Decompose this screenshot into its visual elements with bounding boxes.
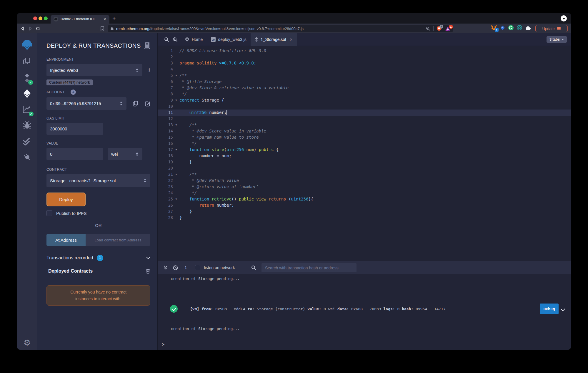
code-editor[interactable]: 1// SPDX-License-Identifier: GPL-3.023pr… — [158, 46, 571, 261]
code-line-7[interactable]: 7 * @dev Store & retrieve value in a var… — [158, 85, 571, 91]
code-line-18[interactable]: 18 number = num; — [158, 153, 571, 159]
adblock-button[interactable]: 1 — [445, 26, 451, 31]
gas-input[interactable]: 3000000 — [46, 123, 103, 135]
plugin-manager-icon[interactable] — [17, 152, 37, 162]
documentation-book-icon[interactable] — [144, 42, 150, 49]
code-line-23[interactable]: 23 * @return value of 'number' — [158, 184, 571, 190]
forward-button[interactable] — [26, 25, 34, 32]
terminal-search-input[interactable]: Search with transaction hash or address — [261, 263, 357, 272]
trash-icon[interactable] — [146, 268, 150, 274]
traffic-minimize-button[interactable] — [39, 16, 42, 20]
brave-shield-button[interactable]: 2 — [437, 26, 442, 32]
code-line-14[interactable]: 14 * @dev Store value in variable — [158, 128, 571, 134]
solidity-compiler-icon[interactable]: ✓ — [17, 73, 37, 83]
zoom-page-icon[interactable] — [426, 26, 430, 31]
back-button[interactable] — [19, 25, 26, 32]
code-line-16[interactable]: 16 */ — [158, 140, 571, 147]
code-line-10[interactable]: 10 — [158, 103, 571, 110]
deploy-run-icon[interactable] — [17, 89, 37, 98]
value-input[interactable]: 0 — [46, 148, 103, 160]
browser-tabstrip: Remix - Ethereum IDE ✕ + — [17, 13, 571, 24]
code-line-22[interactable]: 22 * @dev Return value — [158, 178, 571, 184]
transactions-recorded-row[interactable]: Transactions recorded 1 — [46, 255, 150, 261]
tag-extension-button[interactable] — [500, 25, 505, 31]
debug-button[interactable]: Debug — [540, 304, 559, 314]
expand-tx-icon[interactable] — [561, 307, 565, 311]
code-line-25[interactable]: 25▼ function retrieve() public view retu… — [158, 196, 571, 202]
code-line-12[interactable]: 12 — [158, 116, 571, 122]
clear-console-icon[interactable] — [173, 265, 178, 270]
code-line-27[interactable]: 27 } — [158, 208, 571, 215]
debugger-icon[interactable] — [17, 121, 37, 130]
metamask-button[interactable]: 1 — [491, 25, 497, 31]
terminal-search-icon — [251, 265, 256, 270]
code-line-8[interactable]: 8 */ — [158, 91, 571, 97]
tabs-count-dropdown[interactable]: 3 tabs — [547, 36, 567, 43]
code-line-4[interactable]: 4 — [158, 66, 571, 72]
code-line-20[interactable]: 20 — [158, 165, 571, 171]
zoom-out-icon[interactable] — [164, 37, 169, 42]
code-line-21[interactable]: 21▼ /** — [158, 171, 571, 178]
at-address-input[interactable]: Load contract from Address — [86, 234, 150, 246]
listen-network-checkbox[interactable] — [195, 265, 200, 270]
code-line-17[interactable]: 17▼ function store(uint256 num) public { — [158, 147, 571, 153]
code-line-1[interactable]: 1// SPDX-License-Identifier: GPL-3.0 — [158, 48, 571, 54]
zoom-in-icon[interactable] — [173, 37, 178, 42]
transaction-row[interactable]: [vm] from: 0x5B3...eddC4 to: Storage.(co… — [158, 302, 571, 315]
code-line-24[interactable]: 24 */ — [158, 190, 571, 196]
code-line-2[interactable]: 2 — [158, 54, 571, 60]
code-line-15[interactable]: 15 * @param num value to store — [158, 134, 571, 140]
tab-search-button[interactable] — [561, 15, 567, 21]
traffic-close-button[interactable] — [33, 16, 37, 20]
contract-select[interactable]: Storage - contracts/1_Storage.sol — [46, 174, 150, 187]
deploy-button[interactable]: Deploy — [46, 193, 86, 206]
code-line-6[interactable]: 6 * @title Storage — [158, 79, 571, 85]
code-line-19[interactable]: 19 } — [158, 159, 571, 165]
code-line-3[interactable]: 3pragma solidity >=0.7.0 <0.9.0; — [158, 60, 571, 66]
code-line-13[interactable]: 13▼ /** — [158, 122, 571, 128]
edit-account-icon[interactable] — [145, 101, 150, 107]
bookmark-sidebar-button[interactable] — [99, 25, 106, 32]
update-button[interactable]: Update — [535, 25, 568, 32]
unit-testing-icon[interactable] — [17, 137, 37, 145]
code-line-5[interactable]: 5▼/** — [158, 72, 571, 79]
value-unit-select[interactable]: wei — [108, 148, 142, 160]
code-line-28[interactable]: 28} — [158, 215, 571, 221]
remix-logo[interactable] — [17, 39, 37, 51]
account-select[interactable]: 0xf39...92266 (6.98791215 — [46, 97, 126, 110]
publish-ipfs-checkbox[interactable] — [46, 210, 52, 216]
tab-deploy-web3[interactable]: JS deploy_web3.js — [207, 33, 251, 46]
chevron-down-icon[interactable] — [146, 257, 150, 259]
traffic-maximize-button[interactable] — [44, 16, 48, 20]
tab-storage-sol[interactable]: 1_Storage.sol ✕ — [251, 33, 297, 46]
tab-home[interactable]: Home — [181, 33, 207, 46]
reload-button[interactable] — [34, 25, 42, 32]
close-tab-icon[interactable]: ✕ — [289, 37, 293, 42]
terminal-prompt[interactable]: > — [162, 342, 164, 347]
analysis-icon[interactable]: ✓ — [17, 105, 37, 114]
reload-icon — [36, 26, 40, 31]
tab-deploy-web3-label: deploy_web3.js — [218, 37, 246, 42]
remix-favicon — [54, 17, 58, 21]
copy-account-icon[interactable] — [133, 101, 138, 107]
compiler-success-badge: ✓ — [28, 80, 33, 85]
environment-info-icon[interactable]: i — [149, 67, 150, 73]
tabs-count-label: 3 tabs — [549, 37, 560, 42]
browser-tab[interactable]: Remix - Ethereum IDE ✕ — [51, 15, 109, 24]
expand-terminal-icon[interactable] — [164, 265, 168, 270]
settings-gear-icon[interactable]: ⚙ — [17, 338, 37, 348]
menu-icon[interactable] — [557, 26, 561, 31]
new-tab-button[interactable]: + — [112, 15, 116, 22]
code-line-9[interactable]: 9▼contract Storage { — [158, 97, 571, 103]
code-line-26[interactable]: 26 return number; — [158, 202, 571, 208]
close-tab-icon[interactable]: ✕ — [103, 17, 106, 21]
at-address-button[interactable]: At Address — [46, 234, 86, 246]
url-bar[interactable]: remix.ethereum.org/#optimize=false&runs=… — [108, 25, 453, 32]
environment-select[interactable]: Injected Web3 — [46, 64, 142, 76]
teal-extension-button[interactable] — [517, 25, 522, 31]
extensions-puzzle-button[interactable] — [525, 25, 531, 31]
code-line-11[interactable]: 11 uint256 number; — [158, 110, 571, 116]
file-explorer-icon[interactable] — [17, 57, 37, 66]
grammarly-button[interactable] — [508, 25, 514, 31]
add-account-icon[interactable]: + — [71, 89, 76, 95]
